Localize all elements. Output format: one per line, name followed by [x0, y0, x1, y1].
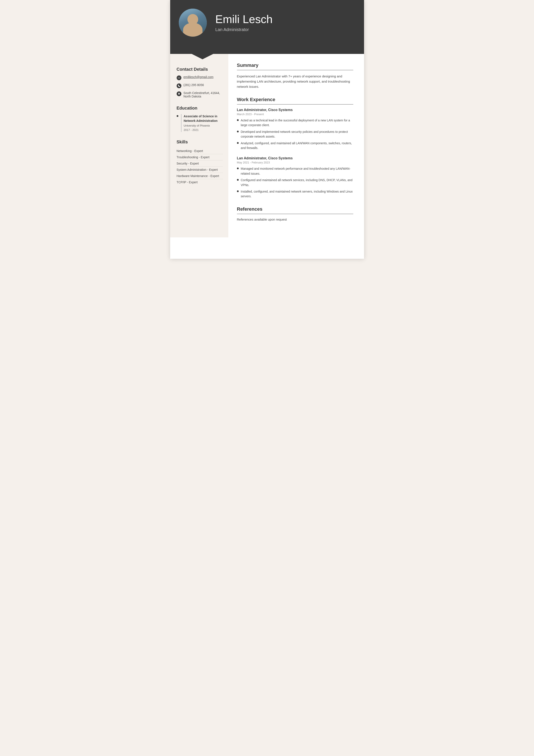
phone-number: (281) 295 8056: [184, 83, 204, 87]
job-bullets-list: Managed and monitored network performanc…: [237, 166, 353, 199]
bullet-text: Analyzed, configured, and maintained all…: [241, 141, 353, 150]
resume-document: Emili Lesch Lan Administrator Contact De…: [170, 0, 364, 259]
contact-section: Contact Details emililesch@gmail.com (28…: [177, 67, 223, 98]
job-dates: March 2023 - Present: [237, 113, 353, 116]
job-bullet: Managed and monitored network performanc…: [237, 166, 353, 176]
contact-section-title: Contact Details: [177, 67, 223, 72]
skill-item: System Administration - Expert: [177, 167, 223, 173]
edu-dates: 2017 - 2021: [184, 128, 223, 132]
job-title: Lan Administrator, Cisco Systems: [237, 108, 353, 112]
skill-item: Troubleshooting - Expert: [177, 154, 223, 160]
skill-item: Networking - Expert: [177, 148, 223, 154]
jobs-list: Lan Administrator, Cisco SystemsMarch 20…: [237, 108, 353, 199]
contact-email-item: emililesch@gmail.com: [177, 75, 223, 80]
job-bullet: Acted as a technical lead in the success…: [237, 118, 353, 128]
job-bullets-list: Acted as a technical lead in the success…: [237, 118, 353, 150]
bullet-dot-icon: [237, 179, 239, 181]
references-section: References References available upon req…: [237, 206, 353, 221]
skills-section-title: Skills: [177, 140, 223, 145]
location-text: South Celestinefurt, 41644, North Dakota: [184, 91, 220, 98]
resume-body: Contact Details emililesch@gmail.com (28…: [170, 54, 364, 237]
edu-degree: Associate of Science in Network Administ…: [184, 114, 223, 123]
contact-phone-item: (281) 295 8056: [177, 83, 223, 88]
references-title: References: [237, 206, 353, 214]
summary-title: Summary: [237, 63, 353, 70]
summary-section: Summary Experienced Lan Administrator wi…: [237, 63, 353, 89]
bullet-dot-icon: [237, 168, 239, 169]
references-text: References available upon request: [237, 218, 353, 221]
bullet-dot-icon: [237, 142, 239, 144]
job-bullet: Analyzed, configured, and maintained all…: [237, 141, 353, 150]
job-dates: May 2021 - February 2023: [237, 161, 353, 164]
main-content: Summary Experienced Lan Administrator wi…: [228, 54, 364, 237]
email-link[interactable]: emililesch@gmail.com: [184, 75, 214, 79]
skill-item: Hardware Maintenance - Expert: [177, 173, 223, 179]
edu-content: Associate of Science in Network Administ…: [181, 114, 223, 132]
job-bullet: Configured and maintained all network se…: [237, 178, 353, 187]
job-entry: Lan Administrator, Cisco SystemsMay 2021…: [237, 156, 353, 199]
email-icon: [177, 75, 181, 80]
job-bullet: Installed, configured, and maintained ne…: [237, 189, 353, 199]
bullet-text: Acted as a technical lead in the success…: [241, 118, 353, 128]
education-section: Education Associate of Science in Networ…: [177, 106, 223, 132]
avatar: [179, 9, 207, 37]
bullet-dot-icon: [237, 190, 239, 192]
candidate-name: Emili Lesch: [216, 13, 273, 25]
job-title: Lan Administrator, Cisco Systems: [237, 156, 353, 160]
education-item: Associate of Science in Network Administ…: [177, 114, 223, 132]
bullet-dot-icon: [237, 119, 239, 121]
work-experience-section: Work Experience Lan Administrator, Cisco…: [237, 97, 353, 199]
education-section-title: Education: [177, 106, 223, 111]
resume-header: Emili Lesch Lan Administrator: [170, 0, 364, 45]
skills-section: Skills Networking - ExpertTroubleshootin…: [177, 140, 223, 185]
edu-bullet-icon: [177, 115, 178, 117]
bullet-dot-icon: [237, 131, 239, 132]
phone-icon: [177, 83, 181, 88]
skill-item: TCP/IP - Expert: [177, 179, 223, 185]
skill-item: Security - Expert: [177, 160, 223, 167]
skills-list: Networking - ExpertTroubleshooting - Exp…: [177, 148, 223, 185]
header-accent: [170, 45, 364, 54]
summary-text: Experienced Lan Administrator with 7+ ye…: [237, 74, 353, 89]
bullet-text: Installed, configured, and maintained ne…: [241, 189, 353, 199]
contact-location-item: South Celestinefurt, 41644, North Dakota: [177, 91, 223, 98]
location-icon: [177, 92, 181, 96]
edu-school: University of Phoenix: [184, 123, 223, 128]
candidate-title: Lan Administrator: [216, 27, 273, 32]
bullet-text: Managed and monitored network performanc…: [241, 166, 353, 176]
bullet-text: Configured and maintained all network se…: [241, 178, 353, 187]
job-bullet: Developed and implemented network securi…: [237, 129, 353, 139]
bullet-text: Developed and implemented network securi…: [241, 129, 353, 139]
work-experience-title: Work Experience: [237, 97, 353, 105]
header-info: Emili Lesch Lan Administrator: [216, 13, 273, 32]
sidebar: Contact Details emililesch@gmail.com (28…: [170, 54, 228, 237]
job-entry: Lan Administrator, Cisco SystemsMarch 20…: [237, 108, 353, 150]
